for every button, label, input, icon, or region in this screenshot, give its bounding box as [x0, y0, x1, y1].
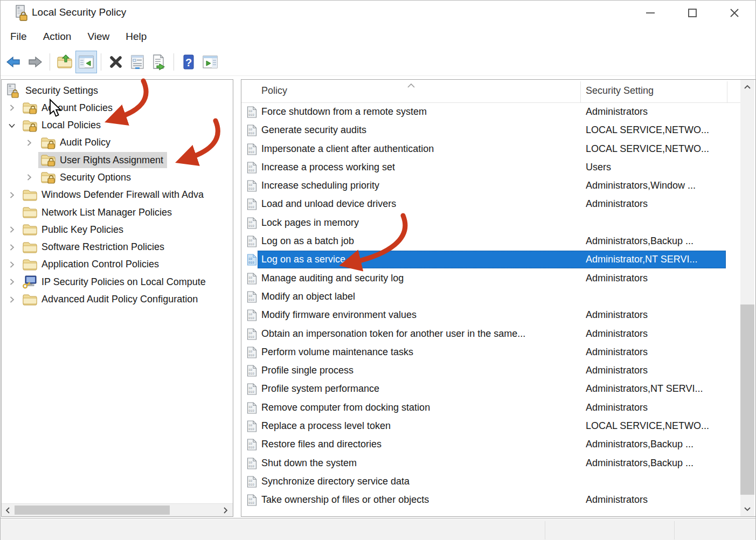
tree-item-content[interactable]: Account Policies: [20, 100, 116, 116]
scroll-right-arrow-icon[interactable]: [221, 506, 230, 515]
minimize-button[interactable]: [629, 1, 671, 25]
back-button[interactable]: [3, 51, 24, 73]
toolbar: ?: [1, 48, 755, 76]
policy-doc-icon: 10 010: [247, 309, 257, 321]
tree-item-label: Software Restriction Policies: [41, 241, 164, 253]
horizontal-scrollbar[interactable]: [2, 503, 233, 516]
policy-row-lock-pages-in-memory[interactable]: 10 010Lock pages in memory: [241, 213, 740, 232]
column-divider[interactable]: [727, 81, 727, 102]
policy-name: Generate security audits: [261, 121, 366, 139]
column-divider[interactable]: [580, 81, 581, 102]
horizontal-scrollbar-thumb[interactable]: [15, 506, 170, 515]
close-button[interactable]: [713, 1, 755, 25]
tree-item-content[interactable]: User Rights Assignment: [38, 152, 167, 168]
tree-item-user-rights-assignment[interactable]: User Rights Assignment: [2, 151, 233, 169]
security-setting-value: Administrators: [586, 306, 648, 324]
tree-item-content[interactable]: Security Settings: [4, 82, 102, 99]
tree-item-content[interactable]: Audit Policy: [38, 135, 114, 151]
vertical-scrollbar-thumb[interactable]: [740, 304, 754, 495]
forward-button[interactable]: [24, 51, 46, 73]
tree-item-advanced-audit-policy-configuration[interactable]: Advanced Audit Policy Configuration: [2, 291, 233, 308]
tree-item-content[interactable]: Public Key Policies: [20, 221, 127, 238]
menu-help[interactable]: Help: [117, 29, 155, 45]
security-setting-value: Administrators: [586, 361, 648, 379]
show-console-tree-button[interactable]: [75, 51, 97, 73]
policy-name: Replace a process level token: [261, 417, 391, 435]
tree-item-content[interactable]: Windows Defender Firewall with Adva: [20, 187, 207, 203]
column-header-policy[interactable]: Policy: [261, 85, 287, 96]
expand-chevron-icon[interactable]: [8, 261, 16, 268]
tree-item-content[interactable]: Local Policies: [20, 117, 105, 134]
vertical-scrollbar[interactable]: [740, 80, 754, 516]
tree-item-content[interactable]: IP Security Policies on Local Compute: [20, 274, 210, 290]
export-list-button[interactable]: [148, 51, 170, 73]
svg-text:10: 10: [248, 128, 253, 131]
tree-item-content[interactable]: Advanced Audit Policy Configuration: [20, 292, 202, 308]
tree-item-content[interactable]: Security Options: [38, 169, 135, 185]
svg-text:10: 10: [248, 368, 253, 372]
expand-chevron-icon[interactable]: [8, 226, 16, 233]
delete-button[interactable]: [105, 51, 127, 73]
scroll-left-arrow-icon[interactable]: [4, 506, 12, 515]
policy-row-remove-computer-from-docking-station[interactable]: 10 010Remove computer from docking stati…: [241, 398, 740, 417]
policy-row-manage-auditing-and-security-log[interactable]: 10 010Manage auditing and security logAd…: [241, 269, 740, 287]
tree-item-application-control-policies[interactable]: Application Control Policies: [2, 256, 233, 273]
menu-view[interactable]: View: [79, 29, 117, 45]
tree-item-network-list-manager-policies[interactable]: Network List Manager Policies: [2, 204, 233, 221]
policy-row-force-shutdown-from-a-remote-system[interactable]: 10 010Force shutdown from a remote syste…: [241, 102, 740, 121]
expand-chevron-icon[interactable]: [8, 296, 16, 303]
menu-action[interactable]: Action: [35, 29, 80, 45]
expand-chevron-icon[interactable]: [8, 278, 16, 286]
policy-row-profile-system-performance[interactable]: 10 010Profile system performanceAdminist…: [241, 379, 740, 398]
policy-row-obtain-an-impersonation-token-for-another-user-in-the-same[interactable]: 10 010Obtain an impersonation token for …: [241, 324, 740, 343]
tree-item-content[interactable]: Application Control Policies: [20, 257, 163, 273]
policy-row-modify-firmware-environment-values[interactable]: 10 010Modify firmware environment values…: [241, 306, 740, 324]
policy-row-modify-an-object-label[interactable]: 10 010Modify an object label: [241, 287, 740, 306]
policy-row-perform-volume-maintenance-tasks[interactable]: 10 010Perform volume maintenance tasksAd…: [241, 343, 740, 361]
expand-chevron-icon[interactable]: [25, 139, 33, 147]
expand-chevron-icon[interactable]: [8, 104, 16, 112]
show-action-pane-button[interactable]: [199, 51, 221, 73]
policy-row-shut-down-the-system[interactable]: 10 010Shut down the systemAdministrators…: [241, 454, 740, 472]
policy-row-profile-single-process[interactable]: 10 010Profile single processAdministrato…: [241, 361, 740, 379]
policy-row-impersonate-a-client-after-authentication[interactable]: 10 010Impersonate a client after authent…: [241, 140, 740, 158]
maximize-button[interactable]: [671, 1, 713, 25]
policy-row-increase-scheduling-priority[interactable]: 10 010Increase scheduling priorityAdmini…: [241, 176, 740, 195]
up-one-level-button[interactable]: [54, 51, 75, 73]
expand-chevron-icon[interactable]: [25, 174, 33, 181]
policy-doc-icon: 10 010: [247, 383, 257, 395]
policy-row-restore-files-and-directories[interactable]: 10 010Restore files and directoriesAdmin…: [241, 435, 740, 453]
tree-item-label: Audit Policy: [60, 137, 110, 148]
svg-text:010: 010: [248, 390, 254, 394]
tree-item-local-policies[interactable]: Local Policies: [2, 117, 233, 134]
tree-item-account-policies[interactable]: Account Policies: [2, 99, 233, 116]
policy-row-increase-a-process-working-set[interactable]: 10 010Increase a process working setUser…: [241, 158, 740, 176]
policy-row-generate-security-audits[interactable]: 10 010Generate security auditsLOCAL SERV…: [241, 121, 740, 139]
policy-row-load-and-unload-device-drivers[interactable]: 10 010Load and unload device driversAdmi…: [241, 195, 740, 213]
expand-chevron-icon[interactable]: [8, 191, 16, 199]
policy-row-take-ownership-of-files-or-other-objects[interactable]: 10 010Take ownership of files or other o…: [241, 490, 740, 509]
tree-item-security-settings[interactable]: Security Settings: [2, 82, 233, 99]
policy-row-log-on-as-a-batch-job[interactable]: 10 010Log on as a batch jobAdministrator…: [241, 232, 740, 250]
tree-item-ip-security-policies-on-local-compute[interactable]: IP Security Policies on Local Compute: [2, 273, 233, 290]
scroll-up-arrow-icon[interactable]: [743, 83, 752, 92]
policy-name: Manage auditing and security log: [261, 269, 404, 287]
tree-item-public-key-policies[interactable]: Public Key Policies: [2, 221, 233, 238]
tree-item-audit-policy[interactable]: Audit Policy: [2, 134, 233, 151]
tree-item-content[interactable]: Network List Manager Policies: [20, 204, 176, 220]
folder-icon: [22, 240, 37, 254]
menu-file[interactable]: File: [2, 29, 35, 45]
policy-row-replace-a-process-level-token[interactable]: 10 010Replace a process level tokenLOCAL…: [241, 417, 740, 435]
policy-row-synchronize-directory-service-data[interactable]: 10 010Synchronize directory service data: [241, 472, 740, 490]
tree-item-windows-defender-firewall-with-adva[interactable]: Windows Defender Firewall with Adva: [2, 186, 233, 204]
expand-chevron-icon[interactable]: [8, 244, 16, 251]
collapse-chevron-icon[interactable]: [8, 122, 16, 129]
help-button[interactable]: ?: [178, 51, 199, 73]
scroll-down-arrow-icon[interactable]: [743, 504, 752, 513]
tree-item-software-restriction-policies[interactable]: Software Restriction Policies: [2, 239, 233, 256]
column-header-security-setting[interactable]: Security Setting: [586, 85, 654, 96]
properties-button[interactable]: [127, 51, 148, 73]
tree-item-security-options[interactable]: Security Options: [2, 169, 233, 186]
policy-row-log-on-as-a-service[interactable]: 10 010Log on as a serviceAdministrator,N…: [241, 250, 740, 268]
tree-item-content[interactable]: Software Restriction Policies: [20, 239, 168, 255]
